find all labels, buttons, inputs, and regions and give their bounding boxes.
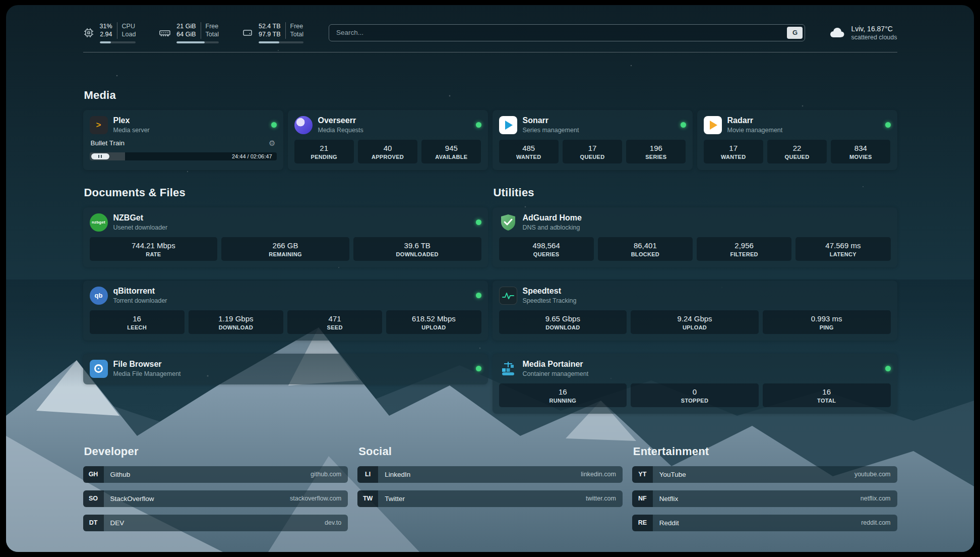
cpu-load-label: Load [122,30,136,38]
bookmark-stackoverflow[interactable]: SO StackOverflow stackoverflow.com [83,490,348,507]
weather-widget: Lviv, 16.87°C scattered clouds [828,25,897,41]
status-dot [681,122,686,128]
section-utilities: Utilities AdGuard Home DNS and [493,186,897,414]
status-dot [885,122,891,128]
radarr-icon [704,116,722,134]
section-documents: Documents & Files nzbget NZBGet Usenet d… [83,186,488,414]
service-card-overseerr[interactable]: Overseerr Media Requests 21PENDING 40APP… [288,110,488,170]
memory-widget: 21 GiB 64 GiB Free Total [159,22,219,43]
plex-playback-bar[interactable]: 24:44 / 02:06:47 [90,152,277,160]
service-name: Media Portainer [523,360,589,369]
service-card-radarr[interactable]: Radarr Movie management 17WANTED 22QUEUE… [697,110,897,170]
stat-upload: 618.52 MbpsUPLOAD [386,310,481,334]
section-title-entertainment: Entertainment [633,445,897,458]
memory-total-label: Total [206,30,219,38]
service-name: Radarr [727,116,783,125]
status-dot [476,293,481,298]
service-card-plex[interactable]: > Plex Media server Bullet Train ⚙ [83,110,283,170]
stat-queued: 22QUEUED [767,140,827,163]
service-name: Overseerr [318,116,363,125]
service-name: Sonarr [523,116,579,125]
bookmark-abbr: DT [83,515,104,531]
bookmark-twitter[interactable]: TW Twitter twitter.com [357,490,623,507]
service-name: NZBGet [113,213,168,222]
service-card-filebrowser[interactable]: File Browser Media File Management [83,354,488,384]
section-media: Media > Plex Media server Bullet Train ⚙ [83,89,897,170]
plex-now-playing-title: Bullet Train [91,139,125,147]
bookmark-name: Twitter [385,495,405,503]
service-card-speedtest[interactable]: Speedtest Speedtest Tracking 9.65 GbpsDO… [493,281,897,341]
bookmark-domain: twitter.com [586,495,616,502]
service-card-qbittorrent[interactable]: qb qBittorrent Torrent downloader 16LEEC… [83,281,488,341]
service-card-sonarr[interactable]: Sonarr Series management 485WANTED 17QUE… [493,110,693,170]
disk-total-label: Total [290,30,303,38]
bookmark-abbr: GH [83,466,104,483]
service-name: AdGuard Home [523,213,582,222]
status-dot [885,366,891,371]
service-desc: Speedtest Tracking [523,297,577,304]
stat-series: 196SERIES [626,140,686,163]
bookmark-dev[interactable]: DT DEV dev.to [83,515,348,531]
service-desc: Movie management [727,127,783,134]
service-name: Speedtest [523,287,577,296]
service-desc: Usenet downloader [113,224,168,231]
bookmark-name: YouTube [659,471,686,478]
bookmark-domain: reddit.com [861,519,890,526]
section-title-developer: Developer [84,445,348,458]
bookmark-abbr: RE [632,515,653,531]
stat-stopped: 0STOPPED [631,383,759,407]
service-desc: Torrent downloader [113,297,167,304]
service-desc: DNS and adblocking [523,224,582,231]
bookmark-name: Netflix [659,495,679,503]
stat-filtered: 2,956FILTERED [697,237,791,261]
stat-approved: 40APPROVED [358,140,417,163]
search-input[interactable] [329,24,806,41]
memory-total-value: 64 GiB [176,30,196,38]
bookmark-abbr: NF [632,490,653,507]
cpu-progress-bar [100,41,136,43]
search-provider-button[interactable]: G [787,27,803,39]
gear-icon[interactable]: ⚙ [269,139,275,148]
stat-total: 16TOTAL [763,383,891,407]
bookmark-linkedin[interactable]: LI LinkedIn linkedin.com [357,466,623,483]
cloud-icon [828,27,845,39]
bookmark-name: Github [110,471,131,478]
plex-icon: > [90,116,108,134]
bookmark-domain: stackoverflow.com [290,495,341,502]
service-desc: Media server [113,127,150,134]
pause-icon[interactable] [91,153,109,159]
service-card-portainer[interactable]: Media Portainer Container management 16R… [493,354,897,414]
qbittorrent-icon: qb [90,287,108,305]
status-dot [476,122,481,128]
stat-seed: 471SEED [287,310,382,334]
memory-icon [159,27,171,38]
cpu-usage-value: 31% [100,22,112,30]
bookmark-youtube[interactable]: YT YouTube youtube.com [632,466,897,483]
bookmark-reddit[interactable]: RE Reddit reddit.com [632,515,897,531]
bookmark-domain: youtube.com [854,471,891,478]
stat-blocked: 86,401BLOCKED [598,237,693,261]
bookmark-github[interactable]: GH Github github.com [83,466,348,483]
service-card-nzbget[interactable]: nzbget NZBGet Usenet downloader 744.21 M… [83,207,488,267]
bookmark-abbr: YT [632,466,653,483]
bookmark-domain: dev.to [325,519,341,526]
status-dot [271,122,277,128]
cpu-widget: 31% 2.94 CPU Load [83,22,136,43]
stat-queued: 17QUEUED [563,140,622,163]
service-card-adguard[interactable]: AdGuard Home DNS and adblocking 498,564Q… [493,207,897,267]
service-desc: Container management [523,370,589,377]
stat-download: 9.65 GbpsDOWNLOAD [499,310,627,334]
stat-leech: 16LEECH [90,310,185,334]
portainer-icon [499,360,517,378]
bookmark-name: DEV [110,519,125,527]
speedtest-icon [499,287,517,305]
disk-free-value: 52.4 TB [259,22,281,30]
service-desc: Series management [523,127,579,134]
bookmark-name: Reddit [659,519,679,527]
adguard-shield-icon [499,213,517,232]
cpu-load-value: 2.94 [100,30,112,38]
stat-download: 1.19 GbpsDOWNLOAD [189,310,283,334]
nzbget-icon: nzbget [90,213,108,232]
service-name: qBittorrent [113,287,167,296]
bookmark-netflix[interactable]: NF Netflix netflix.com [632,490,897,507]
